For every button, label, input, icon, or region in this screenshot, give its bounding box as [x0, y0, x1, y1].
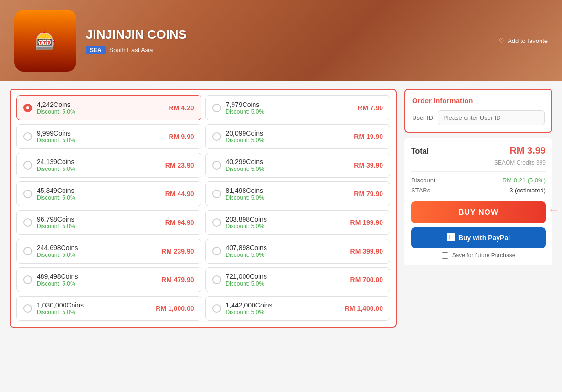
package-item[interactable]: 40,299Coins Discount: 5.0% RM 39.90	[205, 153, 391, 178]
user-id-label: User ID	[412, 114, 433, 121]
package-item[interactable]: 203,898Coins Discount: 5.0% RM 199.90	[205, 210, 391, 235]
package-item[interactable]: 45,349Coins Discount: 5.0% RM 44.90	[16, 181, 201, 206]
region-badge: SEA	[86, 46, 106, 54]
package-price: RM 23.90	[165, 161, 194, 169]
package-discount: Discount: 5.0%	[226, 309, 340, 316]
game-title: JINJINJIN COINS	[86, 27, 548, 42]
package-radio	[23, 132, 32, 141]
main-content: 4,242Coins Discount: 5.0% RM 4.20 7,979C…	[0, 81, 562, 335]
package-discount: Discount: 5.0%	[37, 194, 160, 201]
paypal-label: Buy with PayPal	[458, 234, 510, 242]
package-price: RM 239.90	[161, 247, 194, 255]
package-item[interactable]: 489,498Coins Discount: 5.0% RM 479.90	[16, 267, 201, 292]
package-radio	[23, 218, 32, 227]
package-radio	[23, 104, 32, 112]
buy-now-container: BUY NOW ←	[411, 197, 546, 223]
package-discount: Discount: 5.0%	[226, 194, 350, 201]
package-details: 1,442,000Coins Discount: 5.0%	[226, 301, 340, 316]
discount-row: Discount RM 0.21 (5.0%)	[411, 177, 546, 184]
add-favorite-button[interactable]: ♡ Add to favorite	[499, 37, 548, 44]
package-price: RM 479.90	[161, 276, 194, 284]
stars-label: STARs	[411, 187, 430, 194]
package-name: 489,498Coins	[37, 273, 157, 280]
package-discount: Discount: 5.0%	[226, 137, 350, 144]
package-details: 4,242Coins Discount: 5.0%	[37, 101, 164, 115]
page-header: 🎰 JINJINJIN COINS SEA South East Asia ♡ …	[0, 0, 562, 81]
package-price: RM 7.90	[358, 104, 383, 112]
package-item[interactable]: 1,030,000Coins Discount: 5.0% RM 1,000.0…	[16, 296, 201, 321]
package-radio	[23, 275, 32, 284]
package-details: 81,498Coins Discount: 5.0%	[226, 187, 350, 201]
game-info: JINJINJIN COINS SEA South East Asia	[86, 27, 548, 54]
package-item[interactable]: 7,979Coins Discount: 5.0% RM 7.90	[205, 95, 391, 120]
package-item[interactable]: 244,698Coins Discount: 5.0% RM 239.90	[16, 239, 201, 264]
package-name: 4,242Coins	[37, 101, 164, 108]
package-name: 1,030,000Coins	[37, 301, 151, 309]
total-label: Total	[411, 147, 429, 156]
arrow-indicator: ←	[548, 203, 559, 217]
package-discount: Discount: 5.0%	[226, 252, 346, 258]
buy-now-button[interactable]: BUY NOW	[411, 201, 546, 223]
package-details: 7,979Coins Discount: 5.0%	[226, 101, 353, 115]
user-id-row: User ID	[412, 110, 545, 125]
package-name: 24,139Coins	[37, 158, 160, 166]
package-details: 721,000Coins Discount: 5.0%	[226, 273, 346, 287]
package-radio	[212, 275, 221, 284]
region-label: South East Asia	[109, 46, 153, 53]
package-radio	[212, 247, 221, 255]
paypal-icon: 🅿	[447, 233, 455, 242]
package-radio	[212, 161, 221, 170]
packages-section: 4,242Coins Discount: 5.0% RM 4.20 7,979C…	[10, 89, 397, 328]
package-name: 721,000Coins	[226, 273, 346, 280]
package-item[interactable]: 9,999Coins Discount: 5.0% RM 9.90	[16, 124, 201, 149]
package-details: 244,698Coins Discount: 5.0%	[37, 244, 157, 258]
packages-grid: 4,242Coins Discount: 5.0% RM 4.20 7,979C…	[16, 95, 390, 321]
save-checkbox[interactable]	[442, 252, 448, 259]
package-radio	[212, 304, 221, 313]
package-item[interactable]: 1,442,000Coins Discount: 5.0% RM 1,400.0…	[205, 296, 391, 321]
package-name: 81,498Coins	[226, 187, 350, 194]
package-radio	[23, 247, 32, 255]
package-item[interactable]: 407,898Coins Discount: 5.0% RM 399.90	[205, 239, 391, 264]
package-item[interactable]: 81,498Coins Discount: 5.0% RM 79.90	[205, 181, 391, 206]
user-id-input[interactable]	[438, 110, 545, 125]
discount-value: RM 0.21 (5.0%)	[502, 177, 546, 184]
package-name: 7,979Coins	[226, 101, 353, 108]
package-price: RM 1,000.00	[156, 305, 194, 312]
package-price: RM 1,400.00	[345, 305, 383, 312]
package-name: 96,798Coins	[37, 215, 160, 223]
package-item[interactable]: 721,000Coins Discount: 5.0% RM 700.00	[205, 267, 391, 292]
package-details: 203,898Coins Discount: 5.0%	[226, 215, 346, 230]
heart-icon: ♡	[499, 37, 505, 44]
package-name: 40,299Coins	[226, 158, 350, 166]
save-row: Save for future Purchase	[411, 252, 546, 259]
game-logo: 🎰	[14, 10, 76, 72]
package-item[interactable]: 96,798Coins Discount: 5.0% RM 94.90	[16, 210, 201, 235]
package-item[interactable]: 20,099Coins Discount: 5.0% RM 19.90	[205, 124, 391, 149]
paypal-button[interactable]: 🅿 Buy with PayPal	[411, 227, 546, 248]
total-box: Total RM 3.99 SEAOM Credits 399 Discount…	[404, 138, 552, 265]
package-radio	[212, 218, 221, 227]
save-label: Save for future Purchase	[452, 252, 516, 259]
package-radio	[23, 190, 32, 198]
package-discount: Discount: 5.0%	[37, 280, 157, 287]
package-discount: Discount: 5.0%	[37, 108, 164, 115]
total-price: RM 3.99	[509, 145, 546, 156]
package-details: 45,349Coins Discount: 5.0%	[37, 187, 160, 201]
package-item[interactable]: 4,242Coins Discount: 5.0% RM 4.20	[16, 95, 201, 120]
divider	[411, 171, 546, 172]
package-discount: Discount: 5.0%	[226, 166, 350, 172]
package-item[interactable]: 24,139Coins Discount: 5.0% RM 23.90	[16, 153, 201, 178]
package-radio	[212, 104, 221, 112]
package-discount: Discount: 5.0%	[37, 223, 160, 230]
package-radio	[212, 190, 221, 198]
package-price: RM 94.90	[165, 219, 194, 226]
package-price: RM 9.90	[169, 133, 194, 140]
package-discount: Discount: 5.0%	[37, 137, 164, 144]
package-discount: Discount: 5.0%	[226, 108, 353, 115]
package-name: 45,349Coins	[37, 187, 160, 194]
package-radio	[212, 132, 221, 141]
stars-value: 3 (estimated)	[509, 187, 546, 194]
package-name: 203,898Coins	[226, 215, 346, 223]
package-discount: Discount: 5.0%	[226, 223, 346, 230]
